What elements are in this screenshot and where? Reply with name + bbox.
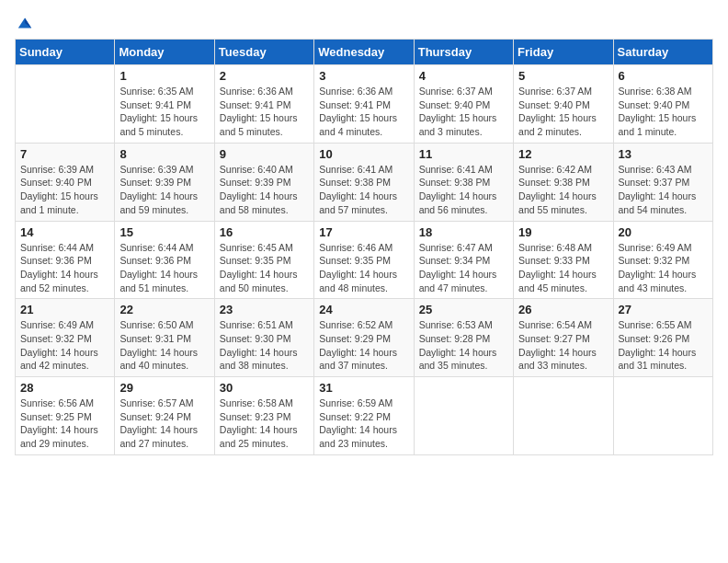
day-number: 8 <box>119 147 209 161</box>
calendar-cell: 7Sunrise: 6:39 AM Sunset: 9:40 PM Daylig… <box>16 143 115 221</box>
day-number: 12 <box>518 147 608 161</box>
day-number: 19 <box>518 225 608 239</box>
calendar-cell: 2Sunrise: 6:36 AM Sunset: 9:41 PM Daylig… <box>214 65 313 144</box>
calendar-cell: 23Sunrise: 6:51 AM Sunset: 9:30 PM Dayli… <box>214 299 313 377</box>
calendar-cell: 10Sunrise: 6:41 AM Sunset: 9:38 PM Dayli… <box>314 143 414 221</box>
calendar-cell: 4Sunrise: 6:37 AM Sunset: 9:40 PM Daylig… <box>414 65 513 144</box>
day-number: 4 <box>419 69 508 83</box>
day-info: Sunrise: 6:58 AM Sunset: 9:23 PM Dayligh… <box>220 396 309 451</box>
day-info: Sunrise: 6:46 AM Sunset: 9:35 PM Dayligh… <box>319 241 408 295</box>
day-info: Sunrise: 6:36 AM Sunset: 9:41 PM Dayligh… <box>220 85 309 139</box>
day-number: 30 <box>220 381 309 395</box>
calendar-cell <box>514 377 613 455</box>
day-number: 26 <box>518 303 608 316</box>
logo <box>15 15 33 31</box>
day-info: Sunrise: 6:49 AM Sunset: 9:32 PM Dayligh… <box>20 318 109 373</box>
header-row: SundayMondayTuesdayWednesdayThursdayFrid… <box>16 40 713 65</box>
day-number: 17 <box>319 225 408 239</box>
day-number: 13 <box>619 147 708 161</box>
day-info: Sunrise: 6:59 AM Sunset: 9:22 PM Dayligh… <box>319 396 408 451</box>
day-number: 29 <box>119 381 209 395</box>
calendar-cell: 20Sunrise: 6:49 AM Sunset: 9:32 PM Dayli… <box>613 221 712 299</box>
calendar-cell: 21Sunrise: 6:49 AM Sunset: 9:32 PM Dayli… <box>16 299 115 377</box>
calendar-week-2: 7Sunrise: 6:39 AM Sunset: 9:40 PM Daylig… <box>16 143 713 221</box>
calendar-cell: 28Sunrise: 6:56 AM Sunset: 9:25 PM Dayli… <box>16 377 115 455</box>
day-number: 5 <box>518 69 608 83</box>
day-info: Sunrise: 6:48 AM Sunset: 9:33 PM Dayligh… <box>518 241 608 295</box>
day-info: Sunrise: 6:56 AM Sunset: 9:25 PM Dayligh… <box>20 396 109 451</box>
calendar-header: SundayMondayTuesdayWednesdayThursdayFrid… <box>16 40 713 65</box>
day-number: 10 <box>319 147 408 161</box>
calendar-cell: 12Sunrise: 6:42 AM Sunset: 9:38 PM Dayli… <box>514 143 613 221</box>
day-info: Sunrise: 6:35 AM Sunset: 9:41 PM Dayligh… <box>119 85 209 139</box>
day-info: Sunrise: 6:39 AM Sunset: 9:40 PM Dayligh… <box>20 163 109 217</box>
calendar-cell: 29Sunrise: 6:57 AM Sunset: 9:24 PM Dayli… <box>115 377 214 455</box>
calendar-cell: 1Sunrise: 6:35 AM Sunset: 9:41 PM Daylig… <box>115 65 214 144</box>
day-number: 6 <box>619 69 708 83</box>
calendar-cell <box>16 65 115 144</box>
calendar-week-1: 1Sunrise: 6:35 AM Sunset: 9:41 PM Daylig… <box>16 65 713 144</box>
day-number: 9 <box>220 147 309 161</box>
day-number: 27 <box>619 303 708 316</box>
day-number: 11 <box>419 147 508 161</box>
day-info: Sunrise: 6:42 AM Sunset: 9:38 PM Dayligh… <box>518 163 608 217</box>
calendar-cell: 22Sunrise: 6:50 AM Sunset: 9:31 PM Dayli… <box>115 299 214 377</box>
calendar-cell: 11Sunrise: 6:41 AM Sunset: 9:38 PM Dayli… <box>414 143 513 221</box>
calendar-cell <box>613 377 712 455</box>
day-info: Sunrise: 6:38 AM Sunset: 9:40 PM Dayligh… <box>619 85 708 139</box>
header-day-thursday: Thursday <box>414 40 513 65</box>
day-info: Sunrise: 6:47 AM Sunset: 9:34 PM Dayligh… <box>419 241 508 295</box>
calendar-cell: 30Sunrise: 6:58 AM Sunset: 9:23 PM Dayli… <box>214 377 313 455</box>
day-info: Sunrise: 6:41 AM Sunset: 9:38 PM Dayligh… <box>319 163 408 217</box>
day-info: Sunrise: 6:49 AM Sunset: 9:32 PM Dayligh… <box>619 241 708 295</box>
day-info: Sunrise: 6:54 AM Sunset: 9:27 PM Dayligh… <box>518 318 608 373</box>
day-number: 25 <box>419 303 508 316</box>
day-info: Sunrise: 6:50 AM Sunset: 9:31 PM Dayligh… <box>119 318 209 373</box>
calendar-cell: 18Sunrise: 6:47 AM Sunset: 9:34 PM Dayli… <box>414 221 513 299</box>
calendar-cell: 26Sunrise: 6:54 AM Sunset: 9:27 PM Dayli… <box>514 299 613 377</box>
day-number: 24 <box>319 303 408 316</box>
calendar-cell <box>414 377 513 455</box>
calendar-cell: 6Sunrise: 6:38 AM Sunset: 9:40 PM Daylig… <box>613 65 712 144</box>
calendar-table: SundayMondayTuesdayWednesdayThursdayFrid… <box>15 39 713 455</box>
calendar-cell: 8Sunrise: 6:39 AM Sunset: 9:39 PM Daylig… <box>115 143 214 221</box>
calendar-cell: 27Sunrise: 6:55 AM Sunset: 9:26 PM Dayli… <box>613 299 712 377</box>
day-info: Sunrise: 6:51 AM Sunset: 9:30 PM Dayligh… <box>220 318 309 373</box>
day-info: Sunrise: 6:44 AM Sunset: 9:36 PM Dayligh… <box>119 241 209 295</box>
calendar-cell: 31Sunrise: 6:59 AM Sunset: 9:22 PM Dayli… <box>314 377 414 455</box>
calendar-cell: 16Sunrise: 6:45 AM Sunset: 9:35 PM Dayli… <box>214 221 313 299</box>
day-info: Sunrise: 6:40 AM Sunset: 9:39 PM Dayligh… <box>220 163 309 217</box>
calendar-cell: 5Sunrise: 6:37 AM Sunset: 9:40 PM Daylig… <box>514 65 613 144</box>
day-info: Sunrise: 6:53 AM Sunset: 9:28 PM Dayligh… <box>419 318 508 373</box>
page-header <box>15 15 713 31</box>
day-info: Sunrise: 6:41 AM Sunset: 9:38 PM Dayligh… <box>419 163 508 217</box>
header-day-friday: Friday <box>514 40 613 65</box>
calendar-week-5: 28Sunrise: 6:56 AM Sunset: 9:25 PM Dayli… <box>16 377 713 455</box>
day-info: Sunrise: 6:57 AM Sunset: 9:24 PM Dayligh… <box>119 396 209 451</box>
day-info: Sunrise: 6:36 AM Sunset: 9:41 PM Dayligh… <box>319 85 408 139</box>
day-info: Sunrise: 6:52 AM Sunset: 9:29 PM Dayligh… <box>319 318 408 373</box>
day-info: Sunrise: 6:37 AM Sunset: 9:40 PM Dayligh… <box>419 85 508 139</box>
header-day-tuesday: Tuesday <box>214 40 313 65</box>
day-number: 22 <box>119 303 209 316</box>
header-day-wednesday: Wednesday <box>314 40 414 65</box>
header-day-sunday: Sunday <box>16 40 115 65</box>
day-number: 2 <box>220 69 309 83</box>
day-number: 15 <box>119 225 209 239</box>
day-info: Sunrise: 6:37 AM Sunset: 9:40 PM Dayligh… <box>518 85 608 139</box>
calendar-week-3: 14Sunrise: 6:44 AM Sunset: 9:36 PM Dayli… <box>16 221 713 299</box>
day-number: 14 <box>20 225 109 239</box>
day-number: 7 <box>20 147 109 161</box>
day-info: Sunrise: 6:39 AM Sunset: 9:39 PM Dayligh… <box>119 163 209 217</box>
day-number: 3 <box>319 69 408 83</box>
day-info: Sunrise: 6:44 AM Sunset: 9:36 PM Dayligh… <box>20 241 109 295</box>
day-number: 1 <box>119 69 209 83</box>
calendar-cell: 19Sunrise: 6:48 AM Sunset: 9:33 PM Dayli… <box>514 221 613 299</box>
day-number: 16 <box>220 225 309 239</box>
calendar-cell: 13Sunrise: 6:43 AM Sunset: 9:37 PM Dayli… <box>613 143 712 221</box>
calendar-cell: 17Sunrise: 6:46 AM Sunset: 9:35 PM Dayli… <box>314 221 414 299</box>
calendar-cell: 14Sunrise: 6:44 AM Sunset: 9:36 PM Dayli… <box>16 221 115 299</box>
header-day-monday: Monday <box>115 40 214 65</box>
day-number: 20 <box>619 225 708 239</box>
day-number: 18 <box>419 225 508 239</box>
